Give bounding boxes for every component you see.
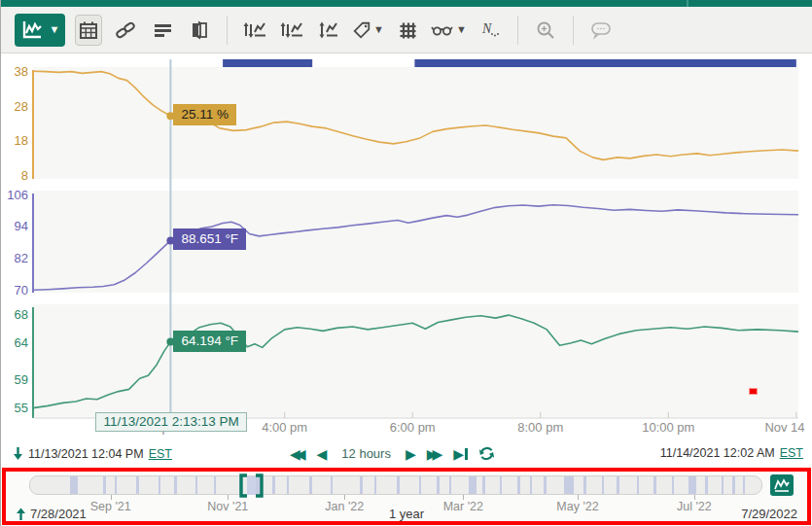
- cursor-timestamp-tooltip: 11/13/2021 2:13:13 PM: [95, 412, 246, 432]
- event-bar[interactable]: [223, 59, 312, 67]
- timeline-data-stripe: [272, 476, 275, 495]
- timeline-data-stripe: [115, 476, 117, 495]
- x-axis-label: 8:00 pm: [517, 420, 563, 435]
- timeline-data-stripe: [397, 476, 400, 495]
- range-end-datetime: 11/14/2021 12:02 AM: [660, 446, 775, 460]
- event-bar[interactable]: [414, 59, 795, 67]
- timeline-data-stripe: [331, 476, 333, 495]
- timeline-data-stripe: [195, 476, 197, 495]
- timeline-data-stripe: [688, 476, 696, 495]
- range-navigation-bar: 11/13/2021 12:04 PM EST ◀◀ ◀ 12 hours ▶ …: [1, 442, 812, 468]
- skip-to-end-button[interactable]: ▶: [453, 447, 468, 461]
- y-axis-label: 94: [15, 219, 28, 233]
- arrow-up-icon: [16, 508, 26, 521]
- y-axis-label: 64: [15, 335, 28, 350]
- chart-band-0[interactable]: [33, 67, 798, 179]
- timeline-data-stripe: [136, 476, 139, 495]
- timeline-data-stripe: [530, 476, 532, 495]
- y-axis-label: 55: [15, 401, 28, 415]
- annotation-marker: [749, 388, 758, 395]
- chart-band-2[interactable]: [33, 304, 798, 418]
- trend-application-window: ▼: [0, 0, 812, 526]
- step-back-button[interactable]: ◀: [317, 447, 328, 461]
- timeline-data-stripe: [672, 476, 674, 495]
- timeline-data-stripe: [419, 476, 421, 495]
- timeline-panel-highlighted: Sep '21Nov '21Jan '22Mar '22May '22Jul '…: [2, 468, 811, 525]
- timeline-data-stripe: [159, 476, 160, 495]
- timeline-data-stripe: [583, 476, 586, 495]
- cursor-value-callout[interactable]: 64.194 °F: [173, 331, 246, 352]
- timeline-data-stripe: [705, 476, 708, 495]
- timeline-data-stripe: [70, 476, 78, 495]
- timeline-data-stripe: [449, 476, 451, 495]
- timeline-data-stripe: [103, 476, 106, 495]
- range-start-timezone-link[interactable]: EST: [149, 447, 172, 461]
- timeline-data-stripe: [637, 476, 639, 495]
- range-start-datetime: 11/13/2021 12:04 PM: [28, 447, 144, 461]
- timeline-data-stripe: [602, 476, 604, 495]
- y-axis-label: 82: [15, 251, 28, 265]
- timeline-data-stripe: [309, 476, 312, 495]
- mini-trend-icon: [773, 478, 791, 492]
- timeline-start-date[interactable]: 7/28/2021: [30, 507, 87, 521]
- x-axis-label: 10:00 pm: [642, 420, 694, 435]
- timeline-data-stripe: [360, 476, 363, 495]
- timeline-data-stripe: [482, 476, 485, 495]
- timeline-data-stripe: [743, 476, 745, 495]
- timeline-data-stripe: [437, 476, 440, 495]
- timeline-data-stripe: [500, 476, 502, 495]
- chart-band-1[interactable]: [33, 191, 798, 293]
- y-axis-label: 18: [15, 133, 28, 148]
- y-axis-label: 68: [15, 307, 28, 322]
- y-axis-label: 70: [15, 283, 28, 298]
- x-axis-label: 6:00 pm: [390, 420, 436, 435]
- fast-forward-button[interactable]: ▶▶: [427, 447, 443, 461]
- y-axis-label: 106: [7, 188, 28, 202]
- window-duration-label[interactable]: 12 hours: [337, 446, 395, 461]
- timeline-track[interactable]: [29, 475, 762, 495]
- timeline-duration-label: 1 year: [389, 507, 424, 521]
- timeline-data-stripe: [374, 476, 376, 495]
- timeline-data-stripe: [722, 476, 724, 495]
- y-axis-label: 59: [15, 372, 28, 387]
- skip-back-button[interactable]: ◀◀: [290, 447, 306, 461]
- end-bar: [465, 448, 468, 460]
- timeline-data-stripe: [732, 476, 735, 495]
- timeline-data-stripe: [653, 476, 656, 495]
- timeline-data-stripe: [469, 476, 477, 495]
- timeline-data-stripe: [544, 476, 547, 495]
- timeline-footer: 7/28/2021 1 year 7/29/2022: [16, 507, 797, 521]
- y-axis-label: 8: [21, 168, 28, 183]
- y-axis-label: 38: [15, 64, 28, 79]
- refresh-button[interactable]: [478, 445, 495, 462]
- timeline-data-stripe: [517, 476, 520, 495]
- timeline-data-stripe: [617, 476, 619, 495]
- timeline-data-stripe: [564, 476, 574, 495]
- timeline-data-stripe: [287, 476, 289, 495]
- timeline-data-stripe: [174, 476, 177, 495]
- y-axis-label: 28: [15, 99, 28, 114]
- timeline-end-date[interactable]: 7/29/2022: [741, 507, 797, 521]
- cursor-value-callout[interactable]: 88.651 °F: [173, 228, 246, 250]
- timeline-data-stripe: [214, 476, 216, 495]
- x-axis-label: 4:00 pm: [262, 420, 307, 435]
- step-forward-button[interactable]: ▶: [406, 447, 416, 461]
- refresh-icon: [478, 445, 495, 462]
- x-axis-label: Nov 14: [764, 420, 804, 435]
- timeline-trend-toggle-button[interactable]: [770, 474, 794, 496]
- range-end-timezone-link[interactable]: EST: [780, 446, 803, 460]
- cursor-value-callout[interactable]: 25.11 %: [173, 104, 236, 125]
- timeline-selection-brackets[interactable]: [238, 473, 265, 498]
- arrow-down-icon: [13, 446, 23, 461]
